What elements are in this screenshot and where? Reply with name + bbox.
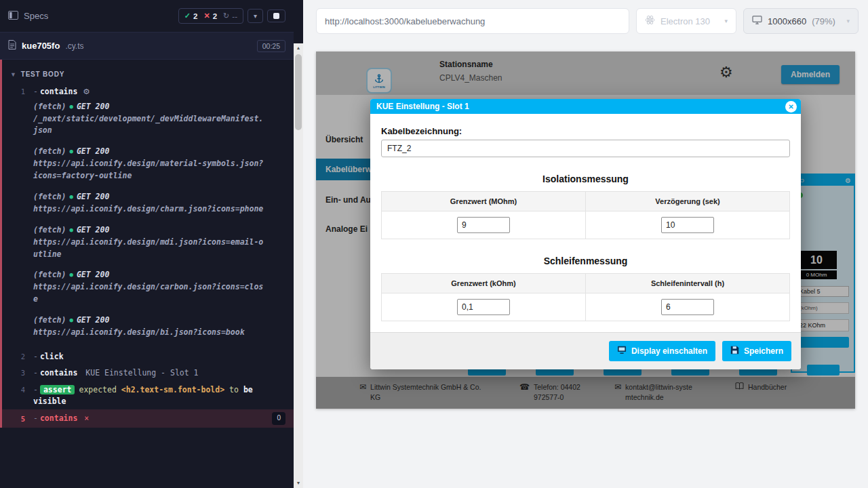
- isolation-grenzwert-input[interactable]: [457, 217, 510, 233]
- command-contains-failed[interactable]: 5 -contains× 0: [2, 409, 294, 428]
- stat-passed: ✓2: [184, 12, 198, 20]
- table-row: [382, 293, 790, 321]
- reporter-header: Specs ✓2 ✕2 ↻-- ▾: [0, 0, 294, 33]
- url-input[interactable]: [325, 16, 620, 26]
- test-body-toggle[interactable]: ▼ TEST BODY: [2, 68, 294, 83]
- schleifen-intervall-input[interactable]: [661, 299, 714, 315]
- reporter-scrollbar: ▲ ▼: [294, 0, 303, 488]
- viewport-size: 1000x660: [768, 16, 806, 26]
- viewport-zoom: (79%): [812, 16, 835, 26]
- dialog-header: KUE Einstellung - Slot 1 ✕: [370, 99, 801, 114]
- monitor-icon: [617, 346, 627, 357]
- fetch-url: https://api.iconify.design/bi.json?icons…: [33, 327, 267, 339]
- command-argument: ×: [84, 413, 89, 423]
- fetch-url: https://api.iconify.design/material-symb…: [33, 158, 267, 182]
- test-stats[interactable]: ✓2 ✕2 ↻--: [178, 8, 243, 24]
- fetch-log[interactable]: (fetch)●GET 200 https://api.iconify.desi…: [2, 270, 294, 306]
- assert-badge: assert: [40, 385, 75, 394]
- scrollbar-track[interactable]: ▲ ▼: [294, 43, 303, 488]
- spec-file-row[interactable]: kue705fo .cy.ts 00:25: [0, 33, 294, 60]
- app-viewport: Stationsname CPLV4_Maschen ⚙ Abmelden LI…: [316, 52, 855, 409]
- viewport-selector[interactable]: 1000x660 (79%) ▾: [743, 8, 859, 34]
- scroll-up-icon[interactable]: ▲: [294, 43, 303, 53]
- aut-pane: Electron 130 ▾ 1000x660 (79%) ▾ Stations…: [303, 0, 868, 488]
- check-icon: ✓: [184, 12, 191, 20]
- command-name: contains: [40, 368, 77, 378]
- failed-test-block: ▼ TEST BODY 1 -contains⚙ (fetch)●GET 200…: [0, 60, 294, 428]
- schleifen-table: Grenzwert (kOhm) Schleifenintervall (h): [381, 273, 790, 321]
- cable-name-input[interactable]: [381, 140, 790, 157]
- gear-icon: ⚙: [83, 87, 90, 96]
- close-icon[interactable]: ✕: [785, 101, 797, 113]
- status-dot-icon: ●: [69, 193, 73, 200]
- viewport-icon: [752, 16, 762, 26]
- fetch-log[interactable]: (fetch)●GET 200 /_next/static/developmen…: [2, 102, 294, 138]
- cypress-reporter: Specs ✓2 ✕2 ↻-- ▾ kue705fo .cy.ts 00:25 …: [0, 0, 294, 488]
- refresh-icon: ↻: [223, 12, 229, 20]
- fetch-log[interactable]: (fetch)●GET 200 https://api.iconify.desi…: [2, 225, 294, 261]
- fetch-url: https://api.iconify.design/carbon.json?i…: [33, 281, 267, 306]
- chevron-down-icon: ▼: [10, 71, 17, 78]
- command-number: 4: [2, 384, 33, 407]
- schleifen-col-intervall: Schleifenintervall (h): [586, 274, 790, 293]
- schleifen-col-grenzwert: Grenzwert (kOhm): [382, 274, 586, 293]
- kue-settings-dialog: KUE Einstellung - Slot 1 ✕ Kabelbezeichn…: [370, 99, 801, 369]
- command-click[interactable]: 2 -click: [2, 348, 294, 365]
- dialog-footer: Display einschalten Speichern: [370, 332, 801, 369]
- browser-name: Electron 130: [660, 16, 710, 26]
- fetch-url: https://api.iconify.design/mdi.json?icon…: [33, 237, 267, 261]
- stop-icon: [273, 13, 279, 19]
- chevron-down-icon: ▾: [846, 18, 850, 24]
- cable-name-label: Kabelbezeichnung:: [381, 126, 790, 136]
- command-contains-1[interactable]: 1 -contains⚙: [2, 83, 294, 100]
- command-name: click: [40, 352, 64, 361]
- scrollbar-thumb[interactable]: [295, 54, 302, 130]
- command-number: 2: [2, 351, 33, 363]
- fetch-log[interactable]: (fetch)●GET 200 https://api.iconify.desi…: [2, 146, 294, 182]
- url-bar[interactable]: [316, 8, 629, 34]
- fetch-log[interactable]: (fetch)●GET 200 https://api.iconify.desi…: [2, 315, 294, 339]
- status-dot-icon: ●: [69, 226, 73, 233]
- command-name: contains: [40, 87, 77, 96]
- command-assert[interactable]: 4 -assertexpected <h2.text-sm.font-bold>…: [2, 382, 294, 409]
- collapse-all-button[interactable]: ▾: [248, 9, 263, 23]
- command-number: 5: [2, 413, 33, 424]
- electron-icon: [645, 15, 655, 27]
- specs-panel-icon[interactable]: [8, 10, 18, 22]
- isolation-col-verzoegerung: Verzögerung (sek): [586, 192, 790, 211]
- command-number: 3: [2, 367, 33, 379]
- cross-icon: ✕: [203, 12, 210, 20]
- spec-extension: .cy.ts: [65, 41, 83, 51]
- floppy-disk-icon: [730, 346, 739, 357]
- status-dot-icon: ●: [69, 148, 73, 155]
- isolation-table: Grenzwert (MOhm) Verzögerung (sek): [381, 191, 790, 239]
- retry-count-badge: 0: [272, 412, 285, 425]
- table-row: [382, 211, 790, 239]
- display-on-button[interactable]: Display einschalten: [609, 341, 715, 361]
- spec-file-icon: [8, 40, 16, 52]
- status-dot-icon: ●: [69, 271, 73, 278]
- status-dot-icon: ●: [69, 317, 73, 323]
- status-dot-icon: ●: [69, 103, 73, 110]
- browser-bar: Electron 130 ▾ 1000x660 (79%) ▾: [303, 0, 868, 42]
- browser-selector[interactable]: Electron 130 ▾: [636, 8, 736, 34]
- fetch-log[interactable]: (fetch)●GET 200 https://api.iconify.desi…: [2, 192, 294, 216]
- spec-name: kue705fo: [22, 41, 60, 51]
- fetch-url: https://api.iconify.design/charm.json?ic…: [33, 203, 267, 216]
- specs-label[interactable]: Specs: [24, 11, 48, 21]
- dialog-title: KUE Einstellung - Slot 1: [376, 102, 469, 111]
- isolation-heading: Isolationsmessung: [381, 174, 790, 184]
- stat-failed: ✕2: [203, 12, 217, 20]
- chevron-down-icon: ▾: [254, 12, 257, 20]
- schleifen-grenzwert-input[interactable]: [457, 299, 510, 315]
- command-argument: KUE Einstellung - Slot 1: [85, 368, 198, 378]
- assert-target: <h2.text-sm.font-bold>: [121, 385, 224, 394]
- stop-tests-button[interactable]: [267, 9, 285, 22]
- command-name: contains: [40, 413, 77, 423]
- command-number: 1: [2, 86, 33, 98]
- isolation-verzoegerung-input[interactable]: [661, 217, 714, 233]
- scroll-down-icon[interactable]: ▼: [294, 479, 303, 488]
- save-button[interactable]: Speichern: [722, 341, 791, 361]
- command-contains-2[interactable]: 3 -containsKUE Einstellung - Slot 1: [2, 365, 294, 382]
- fetch-url: /_next/static/development/_devMiddleware…: [33, 113, 267, 138]
